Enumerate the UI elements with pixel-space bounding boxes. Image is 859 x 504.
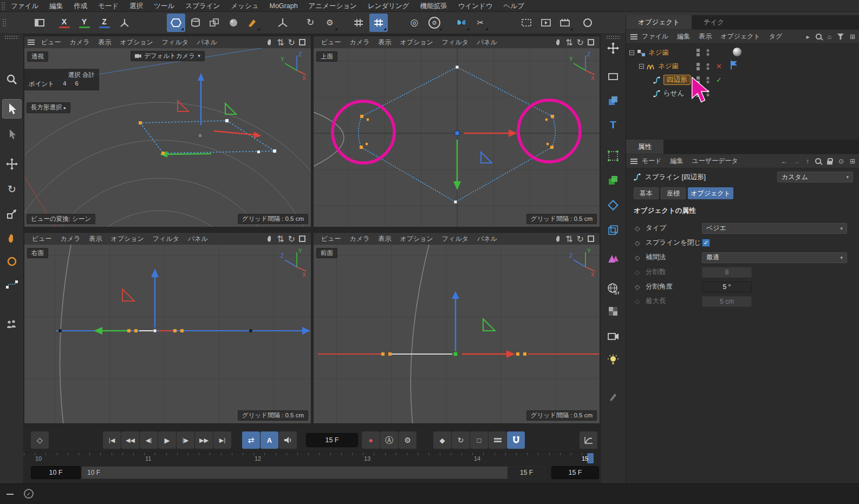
visibility-dots-icon[interactable] xyxy=(697,49,700,56)
tree-row-controls[interactable] xyxy=(697,49,710,56)
viewport-menu-item[interactable]: ビュー xyxy=(317,234,346,244)
viewport-menu-item[interactable]: 表示 xyxy=(374,38,395,47)
timeline-ruler[interactable]: 10 11 12 13 14 15 xyxy=(24,452,600,464)
render-to-pv-button[interactable] xyxy=(556,14,574,32)
material-sphere-icon[interactable] xyxy=(733,48,741,56)
pan-hand-icon[interactable] xyxy=(555,38,562,46)
play-button[interactable]: ▶ xyxy=(158,431,176,449)
tab-take[interactable]: テイク xyxy=(692,15,736,29)
next-frame-button[interactable]: |▶ xyxy=(177,431,194,449)
tab-basic[interactable]: 基本 xyxy=(634,187,659,199)
rotate-tool-button[interactable]: ↻ xyxy=(2,179,22,199)
tree-row-nejiba-child[interactable]: ネジ歯 xyxy=(639,60,679,73)
cube-primitive-button[interactable] xyxy=(603,91,623,110)
viewport-menu-item[interactable]: カメラ xyxy=(346,38,374,47)
object-label-selected[interactable]: 四辺形 xyxy=(663,75,691,85)
go-to-start-button[interactable]: |◀ xyxy=(103,431,121,449)
point-cage-button[interactable] xyxy=(603,146,623,166)
tab-objects[interactable]: オブジェクト xyxy=(626,15,692,29)
workplane-mode-button[interactable] xyxy=(205,14,224,32)
viewport-menu-item[interactable]: オプション xyxy=(395,234,437,244)
wire-cube-button[interactable] xyxy=(603,220,623,240)
tab-coordinates[interactable]: 座標 xyxy=(661,187,686,199)
layer-dots-icon[interactable] xyxy=(706,63,710,70)
attr-diamond-icon[interactable]: ◇ xyxy=(635,239,640,247)
blue-flag-tag-icon[interactable] xyxy=(730,61,738,69)
render-settings-button[interactable]: ⚙ xyxy=(425,14,444,32)
previous-key-button[interactable]: ◀◀ xyxy=(121,431,139,449)
workplane-axis-button[interactable] xyxy=(274,14,292,32)
layout-grid-icon[interactable]: ⊞ xyxy=(850,33,855,41)
key-parameter-button[interactable] xyxy=(489,431,506,449)
keying-settings-button[interactable]: ⚙ xyxy=(399,431,417,449)
range-end-label[interactable]: 15 F xyxy=(507,467,545,479)
viewport-menu-item[interactable]: パネル xyxy=(473,234,502,244)
view-label-pill[interactable]: 透視 xyxy=(27,51,48,62)
search-icon[interactable] xyxy=(816,34,822,40)
filter-icon[interactable] xyxy=(837,34,844,40)
viewport-menu-item[interactable]: カメラ xyxy=(66,38,94,47)
dolly-icon[interactable]: ⇅ xyxy=(277,234,284,244)
menubar-item[interactable]: スプライン xyxy=(180,0,225,12)
tool-settings-button[interactable]: ⚙ xyxy=(321,14,339,32)
picture-viewer-button[interactable] xyxy=(537,14,555,32)
menubar-item[interactable]: メッシュ xyxy=(225,0,264,12)
dolly-icon[interactable]: ⇅ xyxy=(565,37,572,48)
viewport-menu-item[interactable]: フィルタ xyxy=(438,38,473,47)
viewport-menu-item[interactable]: カメラ xyxy=(346,234,374,244)
viewport-menu-item[interactable]: フィルタ xyxy=(148,234,184,244)
toolbar-grip[interactable] xyxy=(2,18,6,27)
keyframe-button[interactable]: ◇ xyxy=(31,431,49,449)
object-axis-button[interactable] xyxy=(603,38,623,58)
camera-st-button[interactable] xyxy=(603,326,623,346)
tab-object[interactable]: オブジェクト xyxy=(688,187,733,199)
home-icon[interactable]: ⌂ xyxy=(828,33,831,41)
pan-hand-icon[interactable] xyxy=(266,235,273,243)
autokey-toggle-button[interactable]: Ⓐ xyxy=(380,431,398,449)
autokey-a-button[interactable]: A xyxy=(261,431,278,449)
fcurve-button[interactable] xyxy=(580,431,597,449)
viewport-right-canvas[interactable]: Y Z X 右面 グリッド間隔 : 0.5 cm xyxy=(24,245,311,423)
object-manager-menu-item[interactable]: オブジェクト xyxy=(716,32,765,41)
sound-button[interactable] xyxy=(279,431,297,449)
attr-diamond-icon[interactable]: ◇ xyxy=(635,254,640,261)
viewport-menu-item[interactable]: フィルタ xyxy=(438,234,473,244)
keyframe-selection-button[interactable] xyxy=(507,431,525,449)
undo-layout-button[interactable] xyxy=(30,14,49,32)
maximize-icon[interactable] xyxy=(299,235,305,242)
maximize-icon[interactable] xyxy=(588,235,594,242)
sphere-mode-button[interactable] xyxy=(224,14,243,32)
z-axis-lock-button[interactable]: Z xyxy=(95,14,113,32)
y-axis-lock-button[interactable]: Y xyxy=(75,14,93,32)
layout-grid-icon[interactable]: ⊞ xyxy=(850,158,855,165)
search-icon[interactable] xyxy=(815,158,821,164)
tree-row-nejiba-parent[interactable]: ネジ歯 xyxy=(629,46,669,60)
key-rotation-button[interactable]: ↻ xyxy=(452,431,470,449)
orbit-icon[interactable]: ↻ xyxy=(577,234,584,244)
attribute-menu-item[interactable]: ユーザーデータ xyxy=(688,156,743,166)
dolly-icon[interactable]: ⇅ xyxy=(277,37,284,48)
angle-field[interactable]: 5 ° xyxy=(702,282,752,292)
active-tool-pill[interactable]: 長方形選択 ▸ xyxy=(27,102,70,113)
object-label[interactable]: らせん xyxy=(663,89,684,98)
disable-x-icon[interactable]: ✕ xyxy=(716,62,722,70)
viewport-right[interactable]: ビューカメラ表示オプションフィルタパネル ⇅ ↻ xyxy=(24,232,311,424)
viewport-top-canvas[interactable]: Y Z X 上面 グリッド間隔 : 0.5 cm xyxy=(314,48,600,227)
menubar-item[interactable]: 選択 xyxy=(124,0,148,12)
type-dropdown[interactable]: ベジエ ▾ xyxy=(702,223,847,234)
viewport-front[interactable]: ビューカメラ表示オプションフィルタパネル ⇅ ↻ xyxy=(313,232,600,424)
polygon-pair-button[interactable] xyxy=(603,248,623,268)
checker-button[interactable] xyxy=(603,302,623,321)
object-label[interactable]: ネジ歯 xyxy=(658,62,679,71)
object-manager-menu-item[interactable]: 表示 xyxy=(694,32,716,41)
light-button[interactable] xyxy=(603,350,623,370)
viewport-menu-item[interactable]: カメラ xyxy=(56,234,85,244)
tree-row-shihenkei[interactable]: 四辺形 xyxy=(652,73,691,87)
render-view-button[interactable]: ◎ xyxy=(405,14,424,32)
hamburger-icon[interactable] xyxy=(630,159,637,164)
plane-tool-button[interactable] xyxy=(603,67,623,86)
menubar-item[interactable]: レンダリング xyxy=(362,0,415,12)
forward-arrow-icon[interactable]: → xyxy=(793,158,800,165)
loop-mode-button[interactable]: ⇄ xyxy=(242,431,260,449)
viewport-menu-item[interactable]: フィルタ xyxy=(158,38,193,47)
